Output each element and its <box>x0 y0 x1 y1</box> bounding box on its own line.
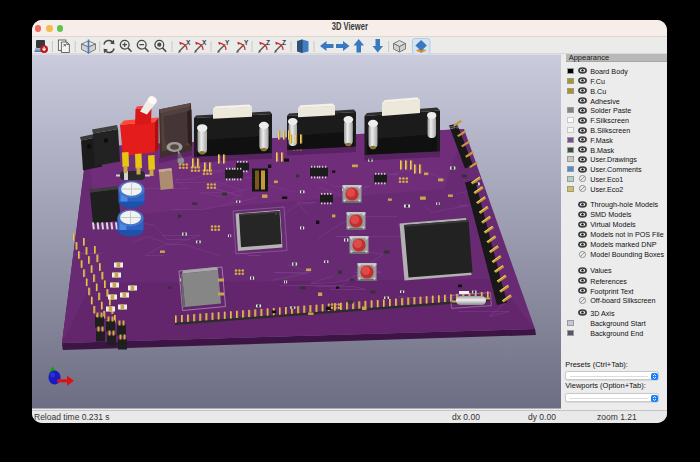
svg-text:Z: Z <box>266 38 270 45</box>
svg-text:Y: Y <box>244 38 249 45</box>
svg-text:X: X <box>186 38 191 45</box>
svg-text:Y: Y <box>225 38 230 45</box>
svg-text:X: X <box>202 38 207 45</box>
svg-text:Z: Z <box>282 38 286 45</box>
